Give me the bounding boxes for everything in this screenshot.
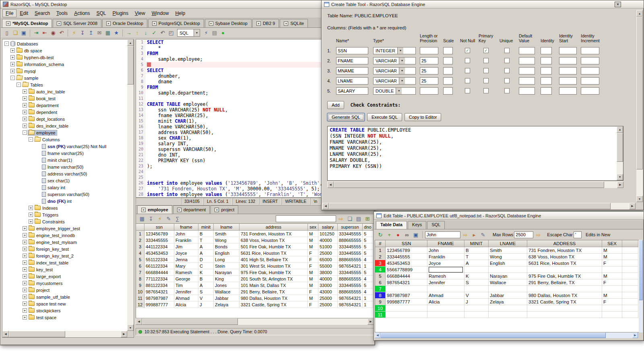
close-tab-icon[interactable]: ✕ <box>106 21 111 26</box>
expand-icon[interactable]: + <box>23 260 27 265</box>
scrollbar-track[interactable] <box>636 169 643 196</box>
edit-cell[interactable]: 987987987 <box>386 292 427 299</box>
tree-item[interactable]: lname varchar(50) <box>3 163 127 170</box>
scale-input[interactable] <box>443 87 453 95</box>
identity-input[interactable] <box>541 67 552 74</box>
scroll-left-icon[interactable]: ◀ <box>327 182 334 188</box>
results-column-header[interactable]: minit <box>198 224 214 231</box>
edit-hscrollbar-thumb[interactable] <box>380 332 606 338</box>
tree-item[interactable]: +Constraints <box>3 218 127 225</box>
edit-cell[interactable]: F <box>602 260 622 266</box>
expand-icon[interactable]: + <box>10 55 15 60</box>
connection-tab-oracle-desktop[interactable]: ✕Oracle Desktop <box>102 19 147 27</box>
insert-row-icon[interactable]: + <box>385 231 393 239</box>
sql-horizontal-scrollbar[interactable]: ◀ ▶ <box>327 182 623 188</box>
primary-key-checkbox[interactable] <box>483 88 489 93</box>
column-type-select[interactable]: VARCHAR▼ <box>373 77 416 85</box>
tree-item[interactable]: +key_test <box>3 266 127 273</box>
active-edit-cell[interactable] <box>429 267 463 272</box>
goto-row-icon[interactable]: ▸ <box>470 231 478 239</box>
close-tab-icon[interactable]: ✕ <box>256 21 261 26</box>
tree-item[interactable]: +auto_inc_table <box>3 88 127 95</box>
scroll-up-icon[interactable]: ▲ <box>636 10 643 17</box>
not-null-checkbox[interactable]: ✓ <box>465 48 470 53</box>
edit-cell[interactable]: 987654321 <box>386 279 427 286</box>
results-row[interactable]: 2333445555FranklinTWong638 Voss, Houston… <box>136 237 374 244</box>
execute-go-icon[interactable]: ⇨ <box>337 215 345 223</box>
edit-cell[interactable]: K <box>464 273 489 279</box>
expand-icon[interactable]: + <box>23 247 27 251</box>
tree-item[interactable]: +des_index_table <box>3 122 127 129</box>
menu-plugins[interactable]: Plugins <box>109 9 132 17</box>
edit-cell[interactable] <box>427 286 464 292</box>
edit-row[interactable]: 10 <box>375 305 639 312</box>
open-file-icon[interactable]: ❏ <box>11 29 19 37</box>
tab-table-data[interactable]: Table Data <box>376 221 407 229</box>
tree-item[interactable]: -Databases <box>3 40 127 47</box>
tree-item[interactable]: +sample_utf_table <box>3 293 127 300</box>
export-results-icon[interactable]: ↧ <box>147 215 155 223</box>
tree-item[interactable]: salary int <box>3 184 127 191</box>
collapse-icon[interactable]: - <box>10 76 15 80</box>
results-column-header[interactable]: ssn <box>144 224 174 231</box>
tree-item[interactable]: +mycustomers <box>3 280 127 287</box>
identity-start-input[interactable] <box>559 67 577 74</box>
edit-cell[interactable]: Joyce <box>427 260 464 266</box>
scroll-right-icon[interactable]: ▶ <box>617 182 623 188</box>
edit-cell[interactable]: 975 Fire Oak, Humble TX <box>527 273 602 279</box>
tree-scrollbar-thumb[interactable] <box>127 46 134 85</box>
expand-icon[interactable]: + <box>10 62 15 66</box>
close-tab-icon[interactable]: ✕ <box>177 208 182 212</box>
results-scrollbar-thumb[interactable] <box>142 318 238 325</box>
length-input[interactable] <box>420 47 438 54</box>
close-tab-icon[interactable]: ✕ <box>152 21 157 26</box>
column-name-input[interactable] <box>336 57 368 64</box>
edit-cell[interactable] <box>527 286 602 292</box>
edit-cell[interactable] <box>386 312 427 318</box>
expand-icon[interactable]: + <box>23 308 27 313</box>
edit-cell[interactable] <box>489 266 527 273</box>
edit-cell[interactable]: B <box>464 247 489 254</box>
scale-input[interactable] <box>443 67 453 74</box>
edit-cell-icon[interactable]: ✎ <box>479 231 487 239</box>
unique-checkbox[interactable] <box>504 58 510 63</box>
tree-item[interactable]: +department <box>3 102 127 109</box>
scrollbar-track[interactable] <box>611 203 629 209</box>
open-results-window-icon[interactable]: ❏ <box>346 215 354 223</box>
tree-item[interactable]: +Indexes <box>3 204 127 211</box>
tree-item[interactable]: +mysql <box>3 68 127 74</box>
edit-row[interactable]: 7 <box>375 286 639 292</box>
edit-cell[interactable] <box>527 312 602 318</box>
edit-cell[interactable]: J <box>464 299 489 305</box>
type-dropdown-icon[interactable]: ▼ <box>396 88 402 94</box>
column-name-input[interactable] <box>336 67 368 74</box>
close-tab-icon[interactable]: ✕ <box>57 21 61 26</box>
edit-cell[interactable]: 731 Fondren, Houston TX <box>527 247 602 254</box>
scrollbar-track[interactable] <box>606 332 632 338</box>
edit-cell[interactable]: 5566778899 <box>386 266 427 273</box>
edit-cell[interactable] <box>464 305 489 312</box>
close-icon[interactable]: ✕ <box>615 2 621 7</box>
tree-item[interactable]: +hyphen-db-test <box>3 54 127 61</box>
tree-item[interactable]: -employee <box>3 129 127 136</box>
identity-input[interactable] <box>541 87 552 95</box>
results-row[interactable]: 3441122334JimABonds501 Fire Oak, Humble … <box>136 244 374 250</box>
identity-start-input[interactable] <box>559 57 577 64</box>
default-value-input[interactable] <box>519 77 535 85</box>
column-type-select[interactable]: VARCHAR▼ <box>373 67 416 74</box>
edit-cell[interactable]: M <box>602 273 622 279</box>
sql-hscrollbar-thumb[interactable] <box>334 182 604 188</box>
edit-cell[interactable]: 291 Berry, Bellaire, TX <box>527 279 602 286</box>
edit-cell[interactable]: 123456789 <box>386 247 427 254</box>
edit-cell[interactable]: 333445555 <box>386 254 427 260</box>
collapse-icon[interactable]: - <box>23 130 27 135</box>
results-column-header[interactable]: dno <box>363 224 373 231</box>
tree-item[interactable]: -Columns <box>3 136 127 143</box>
menu-search[interactable]: Search <box>31 9 53 17</box>
tree-item[interactable]: +space test new <box>3 300 127 307</box>
scrollbar-track[interactable] <box>617 162 623 174</box>
escape-char-input[interactable] <box>574 231 582 238</box>
primary-key-checkbox[interactable] <box>483 68 489 73</box>
edit-column-header[interactable]: SSN <box>386 240 427 247</box>
tree-item[interactable]: fname varchar(25) <box>3 150 127 157</box>
